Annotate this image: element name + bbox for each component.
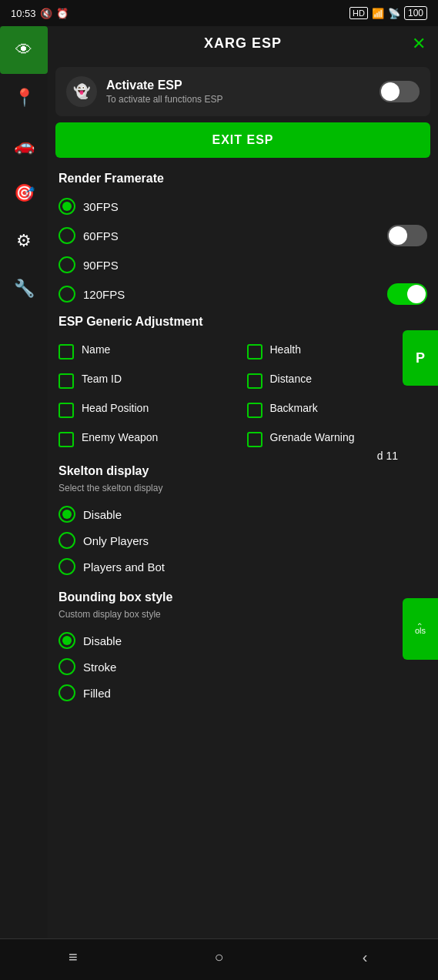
close-button[interactable]: ✕	[412, 34, 426, 54]
fps-120-radio[interactable]	[59, 286, 75, 303]
right-tab-p[interactable]: P	[403, 330, 438, 386]
activate-toggle[interactable]	[379, 81, 420, 102]
render-framerate-title: Render Framerate	[48, 164, 438, 190]
skelton-display-section: Skelton display Select the skelton displ…	[48, 457, 438, 583]
fps-30-radio[interactable]	[59, 198, 75, 215]
checkbox-grenade-warning-box[interactable]	[247, 432, 262, 447]
bounding-disable-option[interactable]: Disable	[59, 627, 427, 654]
fps-30-row: 30FPS	[48, 190, 438, 222]
checkbox-name-label: Name	[82, 343, 110, 356]
fps-60-label: 60FPS	[83, 229, 119, 242]
bounding-disable-radio[interactable]	[59, 632, 75, 649]
fps-60-toggle[interactable]	[387, 225, 427, 246]
bounding-filled-label: Filled	[83, 687, 111, 700]
esp-generic-title: ESP Generic Adjustment	[48, 307, 438, 333]
bottom-nav-back[interactable]: ‹	[292, 939, 438, 975]
checkbox-distance-box[interactable]	[247, 373, 262, 389]
bottom-nav: ≡ ○ ‹	[0, 938, 438, 975]
bottom-nav-home[interactable]: ○	[146, 939, 293, 975]
checkbox-distance-label: Distance	[270, 372, 312, 386]
main-content: XARG ESP ✕ 👻 Activate ESP To activate al…	[48, 26, 438, 938]
checkbox-health-label: Health	[270, 343, 301, 356]
checkbox-team-id[interactable]: Team ID	[59, 367, 239, 393]
skelton-disable-option[interactable]: Disable	[59, 501, 427, 527]
crosshair-icon: 🎯	[14, 183, 35, 203]
activate-text: Activate ESP To activate all functions E…	[106, 79, 370, 105]
fps-120-label: 120FPS	[83, 288, 125, 301]
esp-checkbox-grid: Name Health Team ID Distance	[48, 333, 438, 457]
checkbox-health[interactable]: Health	[247, 338, 428, 364]
skelton-only-players-option[interactable]: Only Players	[59, 527, 427, 554]
checkbox-grenade-warning[interactable]: Grenade Warning	[247, 426, 428, 452]
time: 10:53	[11, 8, 36, 19]
back-icon: ‹	[363, 948, 368, 966]
fps-30-option[interactable]: 30FPS	[59, 193, 427, 219]
location-icon: 📍	[14, 88, 35, 108]
fps-60-toggle-knob	[389, 226, 407, 245]
skelton-players-bot-radio[interactable]	[59, 558, 75, 575]
esp-generic-section: ESP Generic Adjustment P Name Health	[48, 307, 438, 457]
checkbox-head-position-box[interactable]	[59, 403, 74, 418]
bounding-box-section: Bounding box style Custom display box st…	[48, 583, 438, 709]
bounding-radio-group: Disable Stroke Filled	[48, 624, 438, 709]
sidebar-item-crosshair[interactable]: 🎯	[0, 169, 48, 217]
skelton-only-players-radio[interactable]	[59, 532, 75, 549]
bounding-stroke-label: Stroke	[83, 661, 116, 674]
skelton-only-players-label: Only Players	[83, 534, 149, 547]
sidebar-item-cpu[interactable]: 🔧	[0, 265, 48, 313]
fps-90-radio[interactable]	[59, 256, 75, 273]
hd-label: HD	[349, 7, 368, 19]
fps-60-radio[interactable]	[59, 227, 75, 244]
checkbox-team-id-box[interactable]	[59, 373, 74, 389]
activate-icon: 👻	[66, 76, 97, 107]
activate-subtitle: To activate all functions ESP	[106, 94, 370, 105]
eye-icon: 👁	[15, 40, 32, 60]
right-tab-tools[interactable]: ‹ ols	[403, 598, 438, 660]
checkbox-name[interactable]: Name	[59, 338, 239, 364]
cpu-icon: 🔧	[14, 279, 35, 299]
fps-120-toggle[interactable]	[387, 283, 427, 305]
checkbox-name-box[interactable]	[59, 344, 74, 360]
fps-60-option[interactable]: 60FPS	[59, 222, 119, 249]
checkbox-enemy-weapon[interactable]: Enemy Weapon	[59, 426, 239, 452]
skelton-players-bot-label: Players and Bot	[83, 560, 165, 574]
checkbox-backmark-label: Backmark	[270, 401, 318, 415]
skelton-players-bot-option[interactable]: Players and Bot	[59, 554, 427, 580]
exit-esp-button[interactable]: EXIT ESP	[55, 122, 430, 158]
checkbox-enemy-weapon-box[interactable]	[59, 432, 74, 447]
settings-icon: ⚙	[16, 231, 32, 251]
alarm-icon: ⏰	[56, 8, 69, 19]
bounding-stroke-radio[interactable]	[59, 658, 75, 675]
sidebar-item-location[interactable]: 📍	[0, 74, 48, 122]
checkbox-grenade-warning-label: Grenade Warning	[270, 430, 355, 444]
signal-icon: 📶	[372, 8, 384, 19]
checkbox-health-box[interactable]	[247, 344, 262, 360]
skelton-radio-group: Disable Only Players Players and Bot	[48, 498, 438, 583]
checkbox-head-position[interactable]: Head Position	[59, 396, 239, 423]
skelton-subtitle: Select the skelton display	[48, 483, 438, 498]
checkbox-distance[interactable]: Distance	[247, 367, 428, 393]
bounding-stroke-option[interactable]: Stroke	[59, 654, 427, 680]
sidebar-item-car[interactable]: 🚗	[0, 122, 48, 169]
bottom-nav-menu[interactable]: ≡	[0, 939, 146, 975]
bounding-filled-radio[interactable]	[59, 684, 75, 701]
wifi-icon: 📡	[388, 8, 400, 19]
skelton-disable-radio[interactable]	[59, 506, 75, 523]
fps-90-option[interactable]: 90FPS	[59, 252, 427, 278]
header-title: XARG ESP	[204, 35, 282, 52]
status-left: 10:53 🔇 ⏰	[11, 8, 69, 19]
bounding-filled-option[interactable]: Filled	[59, 680, 427, 706]
fps-120-toggle-knob	[407, 285, 426, 303]
sidebar-item-settings[interactable]: ⚙	[0, 217, 48, 265]
fps-30-label: 30FPS	[83, 200, 119, 213]
bounding-disable-label: Disable	[83, 634, 122, 647]
checkbox-head-position-label: Head Position	[82, 401, 149, 415]
sidebar-item-eye[interactable]: 👁	[0, 26, 48, 74]
skelton-disable-label: Disable	[83, 508, 122, 521]
activate-title: Activate ESP	[106, 79, 370, 92]
checkbox-backmark[interactable]: Backmark	[247, 396, 428, 423]
fps-120-option[interactable]: 120FPS	[59, 281, 125, 307]
checkbox-backmark-box[interactable]	[247, 403, 262, 418]
checkbox-enemy-weapon-label: Enemy Weapon	[82, 430, 158, 444]
checkbox-team-id-label: Team ID	[82, 372, 122, 386]
